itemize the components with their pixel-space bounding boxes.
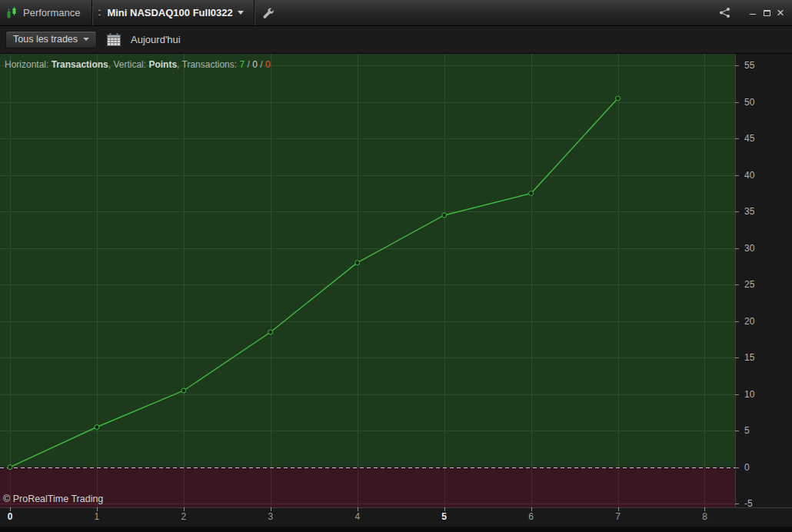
minimize-button[interactable]: – xyxy=(746,5,760,22)
horizontal-value: Transactions xyxy=(52,59,108,70)
x-axis: 012345678 xyxy=(0,507,792,527)
window-bottom-edge xyxy=(0,527,792,532)
y-axis-tick xyxy=(735,431,739,431)
titlebar-separator xyxy=(254,0,255,25)
y-axis-tick xyxy=(735,211,739,212)
y-axis-tick xyxy=(735,321,739,322)
y-axis-tick xyxy=(735,138,739,139)
y-axis-label: 50 xyxy=(744,97,754,108)
y-axis-label: 30 xyxy=(744,243,754,254)
x-axis-label: 6 xyxy=(528,511,534,522)
instrument-name: Mini NASDAQ100 Full0322 xyxy=(107,7,232,18)
transactions-separator: / xyxy=(245,59,252,70)
close-button[interactable]: × xyxy=(774,5,787,22)
y-axis-tick xyxy=(735,102,739,103)
y-axis: 5550454035302520151050-5 xyxy=(735,54,792,507)
y-axis-label: 20 xyxy=(744,316,754,327)
prorealtime-watermark: © ProRealTime Trading xyxy=(3,494,103,504)
transactions-separator: / xyxy=(258,59,265,70)
settings-wrench-icon[interactable] xyxy=(259,4,278,22)
vertical-label: , Vertical: xyxy=(108,59,149,70)
x-axis-label: 5 xyxy=(441,511,447,522)
x-axis-label: 0 xyxy=(8,511,13,522)
y-axis-label: 45 xyxy=(744,133,754,144)
y-axis-tick xyxy=(735,65,739,66)
performance-window: Performance Mini NASDAQ100 Full0322 – × xyxy=(0,0,792,532)
y-axis-label: 25 xyxy=(744,279,754,290)
y-axis-label: 35 xyxy=(744,206,754,217)
window-title: Performance xyxy=(23,7,88,18)
restore-button[interactable] xyxy=(760,5,774,22)
chevron-down-icon xyxy=(83,38,89,41)
chart-toolbar: Tous les trades Aujourd'hui xyxy=(0,26,792,54)
y-axis-label: 55 xyxy=(744,60,754,71)
trades-filter-dropdown[interactable]: Tous les trades xyxy=(5,31,97,48)
y-axis-tick xyxy=(735,175,739,176)
y-axis-tick xyxy=(735,467,739,468)
x-axis-label: 1 xyxy=(95,511,100,522)
y-axis-label: 5 xyxy=(744,425,750,436)
transactions-label: , Transactions: xyxy=(177,59,239,70)
y-axis-tick xyxy=(735,248,739,249)
x-axis-label: 8 xyxy=(702,511,707,522)
y-axis-label: 15 xyxy=(744,352,754,363)
x-axis-label: 7 xyxy=(615,511,621,522)
transactions-losses: 0 xyxy=(265,59,271,70)
share-icon[interactable] xyxy=(715,4,734,22)
x-axis-label: 2 xyxy=(181,511,187,522)
instrument-selector[interactable]: Mini NASDAQ100 Full0322 xyxy=(105,7,249,18)
transactions-neutral: 0 xyxy=(252,59,258,70)
calendar-icon[interactable] xyxy=(105,32,122,48)
y-axis-tick xyxy=(735,357,739,358)
y-axis-tick xyxy=(735,284,739,285)
chevron-down-icon xyxy=(238,11,244,15)
y-axis-label: 10 xyxy=(744,389,754,400)
chart-info-line: Horizontal: Transactions, Vertical: Poin… xyxy=(5,59,271,70)
drag-handle-icon[interactable] xyxy=(98,9,101,16)
trades-filter-label: Tous les trades xyxy=(13,34,78,45)
performance-chart: Horizontal: Transactions, Vertical: Poin… xyxy=(0,54,792,532)
restore-icon xyxy=(764,10,770,16)
performance-chart-icon xyxy=(6,7,18,19)
y-axis-label: 40 xyxy=(744,170,754,181)
window-titlebar[interactable]: Performance Mini NASDAQ100 Full0322 – × xyxy=(0,0,792,26)
y-axis-label: 0 xyxy=(744,462,750,473)
titlebar-separator xyxy=(92,0,93,25)
y-axis-tick xyxy=(735,394,739,395)
period-label: Aujourd'hui xyxy=(131,34,181,45)
x-axis-label: 4 xyxy=(354,511,360,522)
chart-plot-area[interactable]: Horizontal: Transactions, Vertical: Poin… xyxy=(0,54,735,507)
y-axis-tick xyxy=(735,504,739,504)
x-axis-label: 3 xyxy=(268,511,273,522)
vertical-value: Points xyxy=(148,59,177,70)
horizontal-label: Horizontal: xyxy=(5,59,52,70)
